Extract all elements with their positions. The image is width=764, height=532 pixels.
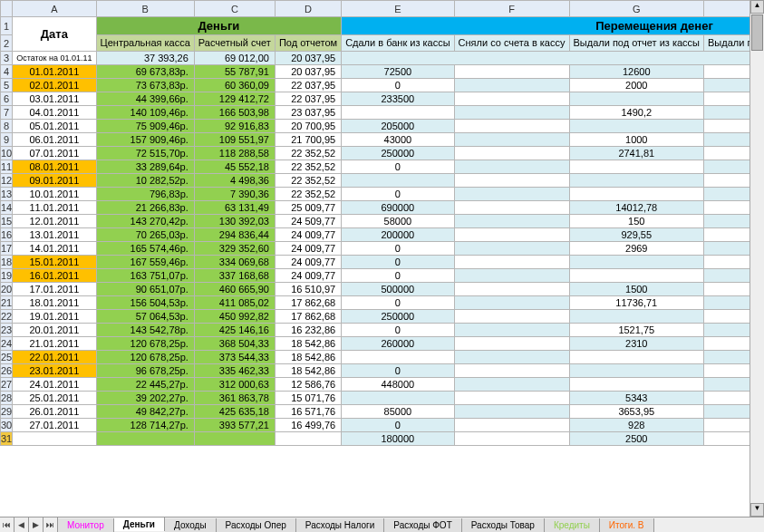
cell-d[interactable]: 22 037,95 (275, 92, 341, 106)
cell-c[interactable]: 373 544,33 (194, 351, 275, 364)
cell-d[interactable]: 17 862,68 (275, 310, 341, 324)
col-g[interactable]: G (569, 1, 704, 17)
cell-g[interactable] (569, 269, 704, 283)
cell-e[interactable]: 0 (342, 296, 454, 310)
cell-f[interactable] (454, 405, 569, 419)
cell-e[interactable] (342, 392, 454, 405)
cell-d[interactable]: 22 352,52 (275, 188, 341, 201)
cell-date[interactable]: 27.01.2011 (13, 419, 96, 432)
cell-g[interactable]: 2000 (569, 79, 704, 92)
cell-b[interactable]: 90 651,07р. (96, 283, 194, 296)
table-row[interactable]: 1310.01.2011796,83р.7 390,3622 352,520 (1, 188, 765, 201)
cell-c[interactable]: 337 168,68 (194, 269, 275, 283)
cell-date[interactable]: 07.01.2011 (13, 147, 96, 160)
cell-g[interactable]: 2969 (569, 242, 704, 256)
cell-f[interactable] (454, 106, 569, 120)
cell-b[interactable]: 39 202,27р. (96, 392, 194, 405)
cell-b[interactable]: 157 909,46р. (96, 133, 194, 147)
cell-f[interactable] (454, 160, 569, 174)
cell-f[interactable] (454, 419, 569, 432)
cell-date[interactable]: 19.01.2011 (13, 310, 96, 324)
table-row[interactable]: 603.01.201144 399,66р.129 412,7222 037,9… (1, 92, 765, 106)
cell-b[interactable]: 96 678,25р. (96, 364, 194, 378)
table-row[interactable]: 2623.01.201196 678,25р.335 462,3318 542,… (1, 364, 765, 378)
table-row[interactable]: 1916.01.2011163 751,07р.337 168,6824 009… (1, 269, 765, 283)
table-row[interactable]: 2926.01.201149 842,27р.425 635,1816 571,… (1, 405, 765, 419)
cell-date[interactable]: 06.01.2011 (13, 133, 96, 147)
cell-date[interactable]: 26.01.2011 (13, 405, 96, 419)
cell-date[interactable]: 23.01.2011 (13, 364, 96, 378)
table-row[interactable]: 1007.01.201172 515,70р.118 288,5822 352,… (1, 147, 765, 160)
table-row[interactable]: 805.01.201175 909,46р.92 916,8320 700,95… (1, 120, 765, 133)
cell-b[interactable]: 128 714,27р. (96, 419, 194, 432)
table-row[interactable]: 2825.01.201139 202,27р.361 863,7815 071,… (1, 392, 765, 405)
cell-f[interactable] (454, 65, 569, 79)
col-b[interactable]: B (96, 1, 194, 17)
cell-e[interactable]: 0 (342, 242, 454, 256)
cell-date[interactable]: 17.01.2011 (13, 283, 96, 296)
cell-d[interactable]: 16 499,76 (275, 419, 341, 432)
table-row[interactable]: 2522.01.2011120 678,25р.373 544,3318 542… (1, 351, 765, 364)
cell-b[interactable]: 120 678,25р. (96, 337, 194, 351)
cell-b[interactable]: 49 842,27р. (96, 405, 194, 419)
cell-date[interactable]: 03.01.2011 (13, 92, 96, 106)
cell-b[interactable]: 57 064,53р. (96, 310, 194, 324)
cell-g[interactable] (569, 378, 704, 392)
cell-date[interactable]: 18.01.2011 (13, 296, 96, 310)
cell-g[interactable]: 1000 (569, 133, 704, 147)
cell-d[interactable]: 16 571,76 (275, 405, 341, 419)
cell-d[interactable]: 12 586,76 (275, 378, 341, 392)
cell-b[interactable]: 75 909,46р. (96, 120, 194, 133)
cell-d[interactable]: 23 037,95 (275, 106, 341, 120)
cell-date[interactable]: 20.01.2011 (13, 324, 96, 337)
cell-g[interactable]: 14012,78 (569, 201, 704, 215)
cell-c[interactable]: 411 085,02 (194, 296, 275, 310)
cell-b[interactable]: 140 109,46р. (96, 106, 194, 120)
cell-e[interactable] (342, 174, 454, 188)
cell-c[interactable]: 450 992,82 (194, 310, 275, 324)
cell-g[interactable] (569, 310, 704, 324)
cell-d[interactable]: 22 037,95 (275, 79, 341, 92)
table-row[interactable]: 704.01.2011140 109,46р.166 503,9823 037,… (1, 106, 765, 120)
cell-c[interactable]: 109 551,97 (194, 133, 275, 147)
cell-g[interactable] (569, 120, 704, 133)
cell-e[interactable]: 0 (342, 419, 454, 432)
cell-e[interactable]: 233500 (342, 92, 454, 106)
cell-e[interactable]: 72500 (342, 65, 454, 79)
cell-g[interactable] (569, 92, 704, 106)
table-row[interactable]: 1815.01.2011167 559,46р.334 069,6824 009… (1, 256, 765, 269)
cell-g[interactable]: 2310 (569, 337, 704, 351)
cell-g[interactable]: 11736,71 (569, 296, 704, 310)
cell-e[interactable]: 500000 (342, 283, 454, 296)
cell-c[interactable]: 7 390,36 (194, 188, 275, 201)
cell-date[interactable]: 16.01.2011 (13, 269, 96, 283)
scroll-thumb[interactable] (751, 15, 763, 51)
cell-c[interactable]: 63 131,49 (194, 201, 275, 215)
cell-c[interactable]: 45 552,18 (194, 160, 275, 174)
cell-e[interactable] (342, 106, 454, 120)
cell-f[interactable] (454, 364, 569, 378)
partial-row[interactable]: 31 180000 2500 (1, 432, 765, 446)
cell-e[interactable]: 0 (342, 324, 454, 337)
cell-f[interactable] (454, 378, 569, 392)
cell-g[interactable]: 1521,75 (569, 324, 704, 337)
sheet-tab[interactable]: Кредиты (545, 518, 600, 533)
table-row[interactable]: 1512.01.2011143 270,42р.130 392,0324 509… (1, 215, 765, 228)
cell-e[interactable]: 250000 (342, 147, 454, 160)
cell-f[interactable] (454, 337, 569, 351)
cell-g[interactable] (569, 351, 704, 364)
col-d[interactable]: D (275, 1, 341, 17)
cell-f[interactable] (454, 188, 569, 201)
cell-f[interactable] (454, 351, 569, 364)
cell-g[interactable]: 12600 (569, 65, 704, 79)
cell-e[interactable]: 85000 (342, 405, 454, 419)
cell-f[interactable] (454, 215, 569, 228)
cell-d[interactable]: 18 542,86 (275, 337, 341, 351)
cell-b[interactable]: 10 282,52р. (96, 174, 194, 188)
cell-g[interactable]: 928 (569, 419, 704, 432)
cell-c[interactable]: 361 863,78 (194, 392, 275, 405)
table-row[interactable]: 3027.01.2011128 714,27р.393 577,2116 499… (1, 419, 765, 432)
cell-b[interactable]: 143 542,78р. (96, 324, 194, 337)
cell-f[interactable] (454, 392, 569, 405)
cell-c[interactable]: 130 392,03 (194, 215, 275, 228)
